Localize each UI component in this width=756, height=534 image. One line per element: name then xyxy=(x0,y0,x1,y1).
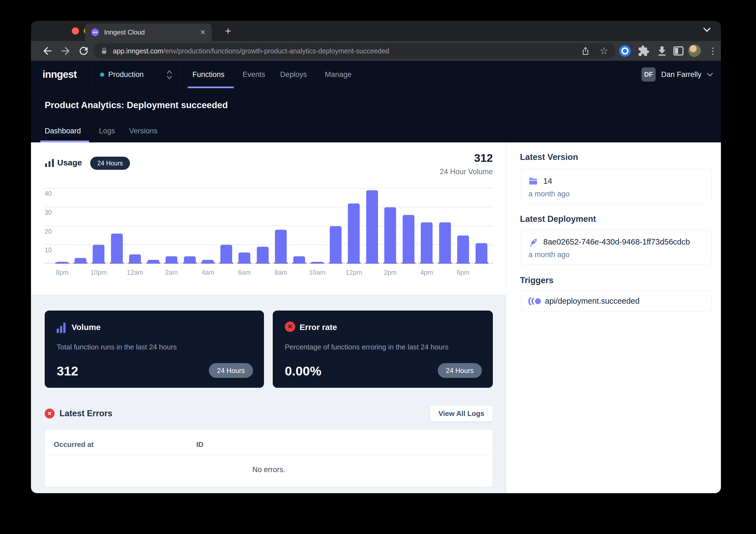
user-name[interactable]: Dan Farrelly xyxy=(661,61,701,88)
environment-updown-icon[interactable] xyxy=(166,70,173,80)
usage-bar[interactable] xyxy=(366,190,378,264)
usage-bar[interactable] xyxy=(74,258,86,264)
nav-deploys[interactable]: Deploys xyxy=(280,61,307,88)
usage-volume-value: 312 xyxy=(474,152,493,165)
usage-bar[interactable] xyxy=(457,236,469,264)
usage-volume-label: 24 Hour Volume xyxy=(440,167,493,176)
usage-bar[interactable] xyxy=(275,230,287,264)
url-host: app.inngest.com xyxy=(113,47,163,55)
error-rate-card: ✕ Error rate Percentage of functions err… xyxy=(273,311,493,388)
nav-manage[interactable]: Manage xyxy=(325,61,352,88)
side-panel-icon[interactable] xyxy=(672,45,685,57)
tab-search-chevron-icon[interactable] xyxy=(702,27,712,33)
usage-bar[interactable] xyxy=(257,247,269,264)
url-text: app.inngest.com/env/production/functions… xyxy=(113,47,581,55)
download-icon[interactable] xyxy=(656,45,668,57)
forward-icon[interactable] xyxy=(60,45,71,57)
divider xyxy=(180,61,180,88)
app-header: inngest Production Functions Events Depl… xyxy=(31,61,721,89)
latest-deployment-card[interactable]: 8ae02652-746e-430d-9468-1ff73d56cdcb a m… xyxy=(520,229,712,265)
errors-table: Occurred at ID No errors. xyxy=(45,430,493,487)
back-icon[interactable] xyxy=(41,45,53,57)
inngest-favicon-icon xyxy=(91,28,99,37)
x-axis-tick-label: 12pm xyxy=(341,268,366,276)
usage-card: Usage 24 Hours 312 24 Hour Volume 102030… xyxy=(31,142,506,295)
latest-version-card[interactable]: 14 a month ago xyxy=(520,169,712,204)
tab-active-underline xyxy=(40,140,89,142)
content-area: Usage 24 Hours 312 24 Hour Volume 102030… xyxy=(31,142,721,493)
browser-window: Inngest Cloud ✕ + app.inngest.com/ xyxy=(31,21,721,493)
traffic-close-button[interactable] xyxy=(72,27,79,35)
latest-errors-x-icon: ✕ xyxy=(45,409,55,419)
usage-bar[interactable] xyxy=(421,222,433,264)
usage-bar[interactable] xyxy=(56,262,68,264)
usage-bar[interactable] xyxy=(311,262,323,264)
share-icon[interactable] xyxy=(581,46,590,56)
usage-bar[interactable] xyxy=(238,252,250,264)
usage-bar[interactable] xyxy=(111,234,123,264)
dashboard-main: Usage 24 Hours 312 24 Hour Volume 102030… xyxy=(31,142,506,493)
usage-bar[interactable] xyxy=(403,215,415,264)
trigger-card[interactable]: api/deployment.succeeded xyxy=(520,290,712,312)
tab-dashboard[interactable]: Dashboard xyxy=(45,127,81,135)
inngest-logo[interactable]: inngest xyxy=(42,61,77,88)
volume-bars-icon xyxy=(57,322,67,333)
tab-versions[interactable]: Versions xyxy=(129,127,158,135)
usage-bar[interactable] xyxy=(93,245,104,264)
browser-tab-active[interactable]: Inngest Cloud ✕ xyxy=(85,24,212,41)
usage-bar[interactable] xyxy=(330,226,341,264)
tab-close-icon[interactable]: ✕ xyxy=(200,29,205,36)
y-axis-tick-label: 30 xyxy=(45,209,52,216)
error-rate-description: Percentage of functions erroring in the … xyxy=(285,343,448,351)
environment-selector[interactable]: Production xyxy=(108,61,144,88)
new-tab-button[interactable]: + xyxy=(221,25,235,38)
latest-deployment-heading: Latest Deployment xyxy=(520,214,596,224)
extensions-puzzle-icon[interactable] xyxy=(637,45,650,57)
usage-bar[interactable] xyxy=(148,260,159,264)
user-avatar[interactable]: DF xyxy=(641,67,656,82)
trigger-event-name: api/deployment.succeeded xyxy=(545,296,639,306)
reload-icon[interactable] xyxy=(78,45,90,57)
latest-version-value: 14 xyxy=(543,177,552,186)
usage-range-badge[interactable]: 24 Hours xyxy=(90,157,130,170)
usage-bar[interactable] xyxy=(348,203,360,264)
browser-menu-icon[interactable]: ⋮ xyxy=(707,45,719,57)
onepassword-extension-icon[interactable] xyxy=(619,45,631,57)
divider xyxy=(92,61,92,88)
usage-bars-icon xyxy=(45,158,54,167)
usage-bar[interactable] xyxy=(293,256,305,264)
volume-range-pill[interactable]: 24 Hours xyxy=(209,363,253,378)
usage-bar[interactable] xyxy=(384,207,396,264)
environment-status-dot xyxy=(100,73,104,77)
browser-profile-avatar[interactable] xyxy=(688,45,701,57)
x-axis-tick-label: 10am xyxy=(305,268,330,276)
address-bar[interactable]: app.inngest.com/env/production/functions… xyxy=(93,43,615,59)
usage-bar[interactable] xyxy=(202,260,214,264)
y-axis-tick-label: 40 xyxy=(45,190,52,197)
view-all-logs-button[interactable]: View All Logs xyxy=(430,405,493,422)
bookmark-star-icon[interactable]: ☆ xyxy=(600,45,608,57)
browser-tabstrip: Inngest Cloud ✕ + xyxy=(31,21,721,41)
usage-bar[interactable] xyxy=(220,245,232,264)
tab-logs[interactable]: Logs xyxy=(99,127,115,135)
chart-gridline xyxy=(45,207,493,207)
nav-events[interactable]: Events xyxy=(243,61,265,88)
usage-bar[interactable] xyxy=(166,256,177,264)
x-axis-tick-label: 2pm xyxy=(378,268,403,276)
latest-deployment-value: 8ae02652-746e-430d-9468-1ff73d56cdcb xyxy=(543,238,690,246)
usage-bar[interactable] xyxy=(475,243,487,264)
usage-bar[interactable] xyxy=(129,254,141,264)
x-axis-tick-label: 8am xyxy=(269,268,293,276)
error-circle-x-icon: ✕ xyxy=(285,321,295,332)
user-menu-chevron-icon[interactable] xyxy=(706,72,714,77)
x-axis-tick-label: 4pm xyxy=(415,268,439,276)
divider xyxy=(632,66,632,83)
error-rate-range-pill[interactable]: 24 Hours xyxy=(438,363,482,378)
volume-card: Volume Total function runs in the last 2… xyxy=(45,311,264,388)
usage-bar[interactable] xyxy=(439,222,451,264)
browser-toolbar: app.inngest.com/env/production/functions… xyxy=(31,41,721,61)
nav-functions[interactable]: Functions xyxy=(192,61,225,88)
latest-version-time: a month ago xyxy=(528,190,570,198)
usage-bar[interactable] xyxy=(184,256,196,264)
function-title-bar: Product Analytics: Deployment succeeded … xyxy=(31,89,721,142)
